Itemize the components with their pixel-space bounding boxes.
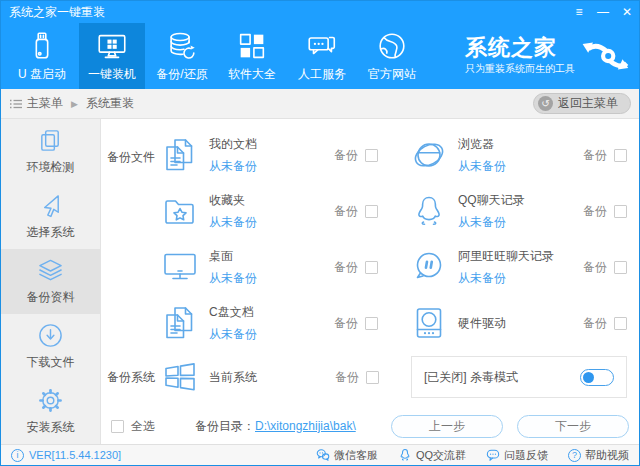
feedback-link[interactable]: 问题反馈 — [486, 448, 548, 463]
sidebar-item-download-file[interactable]: 下载文件 — [1, 314, 100, 379]
backup-item-name: 收藏夹 — [209, 192, 257, 209]
sidebar-label: 下载文件 — [27, 354, 75, 371]
backup-dir-link[interactable]: D:\xitongzhijia\bak\ — [255, 419, 356, 433]
globe-icon — [375, 29, 409, 63]
wechat-support-link[interactable]: 微信客服 — [316, 448, 378, 463]
nav-label: 一键装机 — [88, 66, 136, 83]
nav-tab-official-site[interactable]: 官方网站 — [359, 23, 425, 89]
sidebar-label: 环境检测 — [27, 159, 75, 176]
next-step-button[interactable]: 下一步 — [517, 415, 629, 438]
breadcrumb-separator-icon: ▶ — [71, 99, 78, 109]
antivirus-mode-toggle[interactable] — [580, 369, 614, 386]
backup-item-favorites: 收藏夹从未备份 备份 — [161, 183, 384, 239]
footer-link-label: 问题反馈 — [504, 448, 548, 463]
brand-name: 系统之家 — [465, 36, 575, 60]
nav-tab-software-center[interactable]: 软件大全 — [219, 23, 285, 89]
backup-checkbox-browser[interactable] — [614, 149, 627, 162]
backup-item-name: 硬件驱动 — [458, 315, 506, 332]
select-all-label: 全选 — [131, 418, 155, 435]
nav-label: 官方网站 — [368, 66, 416, 83]
select-all-checkbox[interactable] — [111, 420, 124, 433]
wechat-icon — [316, 448, 330, 462]
close-button[interactable]: ✕ — [615, 1, 639, 23]
never-backed-up-link[interactable]: 从未备份 — [458, 158, 506, 175]
backup-checkbox-c-drive-docs[interactable] — [365, 317, 378, 330]
footer-link-label: 帮助视频 — [585, 448, 629, 463]
nav-label: U 盘启动 — [18, 66, 66, 83]
backup-checkbox-hardware-driver[interactable] — [614, 317, 627, 330]
footer-links: 微信客服 QQ交流群 问题反馈 ? 帮助视频 — [296, 448, 629, 463]
brand-slogan: 只为重装系统而生的工具 — [465, 62, 575, 76]
backup-item-desktop: 桌面从未备份 备份 — [161, 239, 384, 295]
backup-item-hardware-driver: 硬件驱动 备份 — [410, 295, 633, 351]
documents-icon — [161, 136, 201, 174]
footer-link-label: 微信客服 — [334, 448, 378, 463]
back-to-main-menu-button[interactable]: ↺ 返回主菜单 — [533, 93, 631, 114]
version-group: i VER[11.5.44.1230] — [11, 449, 121, 462]
backup-label: 备份 — [335, 369, 359, 386]
backup-item-current-system: 备份系统 当前系统 备份 — [107, 358, 385, 396]
backup-label: 备份 — [583, 259, 607, 276]
never-backed-up-link[interactable]: 从未备份 — [209, 214, 257, 231]
select-all-group: 全选 — [111, 418, 155, 435]
backup-checkbox-my-documents[interactable] — [365, 149, 378, 162]
back-arrow-icon: ↺ — [538, 96, 553, 111]
backup-files-section: 备份文件 我的文档从未备份 备份 浏览器从未备份 备份 收藏夹从未备 — [107, 127, 633, 351]
step-buttons: 上一步 下一步 — [391, 415, 629, 438]
sidebar-item-env-check[interactable]: 环境检测 — [1, 119, 100, 184]
backup-dir-group: 备份目录：D:\xitongzhijia\bak\ — [195, 418, 356, 435]
antivirus-mode-label: [已关闭] 杀毒模式 — [424, 369, 518, 386]
top-nav: U 盘启动 一键装机 备份/还原 软件大全 人工服务 官方网站 系统之家 只为重… — [1, 23, 639, 89]
nav-tab-support[interactable]: 人工服务 — [289, 23, 355, 89]
backup-checkbox-current-system[interactable] — [366, 371, 379, 384]
app-window: 系统之家一键重装 ≡ — ✕ U 盘启动 一键装机 备份/还原 软件大全 人工服… — [0, 0, 640, 466]
feedback-icon — [486, 448, 500, 462]
sidebar-item-backup-data[interactable]: 备份资料 — [1, 249, 100, 314]
backup-item-wangwang-chat: 阿里旺旺聊天记录从未备份 备份 — [410, 239, 633, 295]
backup-checkbox-wangwang-chat[interactable] — [614, 261, 627, 274]
backup-checkbox-qq-chat[interactable] — [614, 205, 627, 218]
nav-label: 人工服务 — [298, 66, 346, 83]
backup-item-name: QQ聊天记录 — [458, 192, 525, 209]
desktop-icon — [161, 248, 201, 286]
backup-item-name: 当前系统 — [209, 369, 257, 386]
breadcrumb-current: 系统重装 — [86, 95, 134, 112]
never-backed-up-link[interactable]: 从未备份 — [458, 270, 554, 287]
never-backed-up-link[interactable]: 从未备份 — [209, 326, 257, 343]
never-backed-up-link[interactable]: 从未备份 — [209, 158, 257, 175]
backup-label: 备份 — [334, 147, 358, 164]
backup-item-name: 浏览器 — [458, 136, 506, 153]
apps-icon — [235, 29, 269, 63]
backup-checkbox-favorites[interactable] — [365, 205, 378, 218]
usb-icon — [25, 29, 59, 63]
help-videos-link[interactable]: ? 帮助视频 — [568, 448, 629, 463]
sidebar-label: 安装系统 — [27, 419, 75, 436]
never-backed-up-link[interactable]: 从未备份 — [458, 214, 525, 231]
nav-tab-one-key-install[interactable]: 一键装机 — [79, 23, 145, 89]
nav-tab-usb-boot[interactable]: U 盘启动 — [9, 23, 75, 89]
backup-item-name: C盘文档 — [209, 304, 257, 321]
previous-step-button[interactable]: 上一步 — [391, 415, 503, 438]
wangwang-icon — [410, 248, 450, 286]
sidebar-item-install-system[interactable]: 安装系统 — [1, 379, 100, 444]
backup-label: 备份 — [583, 203, 607, 220]
env-check-icon — [37, 127, 64, 154]
title-bar: 系统之家一键重装 ≡ — ✕ — [1, 1, 639, 23]
qq-icon — [410, 192, 450, 230]
backup-item-browser: 浏览器从未备份 备份 — [410, 127, 633, 183]
minimize-button[interactable]: — — [591, 1, 615, 23]
favorites-folder-icon — [161, 192, 201, 230]
breadcrumb-root[interactable]: 主菜单 — [27, 95, 63, 112]
backup-item-qq-chat: QQ聊天记录从未备份 备份 — [410, 183, 633, 239]
sidebar-item-choose-system[interactable]: 选择系统 — [1, 184, 100, 249]
nav-tab-backup-restore[interactable]: 备份/还原 — [149, 23, 215, 89]
backup-checkbox-desktop[interactable] — [365, 261, 378, 274]
status-bar: i VER[11.5.44.1230] 微信客服 QQ交流群 问题反馈 ? 帮助… — [1, 444, 639, 465]
qq-icon — [398, 448, 412, 462]
menu-button[interactable]: ≡ — [567, 1, 591, 23]
cursor-icon — [37, 192, 64, 219]
qq-group-link[interactable]: QQ交流群 — [398, 448, 466, 463]
footer-link-label: QQ交流群 — [416, 448, 466, 463]
backup-item-name: 桌面 — [209, 248, 257, 265]
never-backed-up-link[interactable]: 从未备份 — [209, 270, 257, 287]
